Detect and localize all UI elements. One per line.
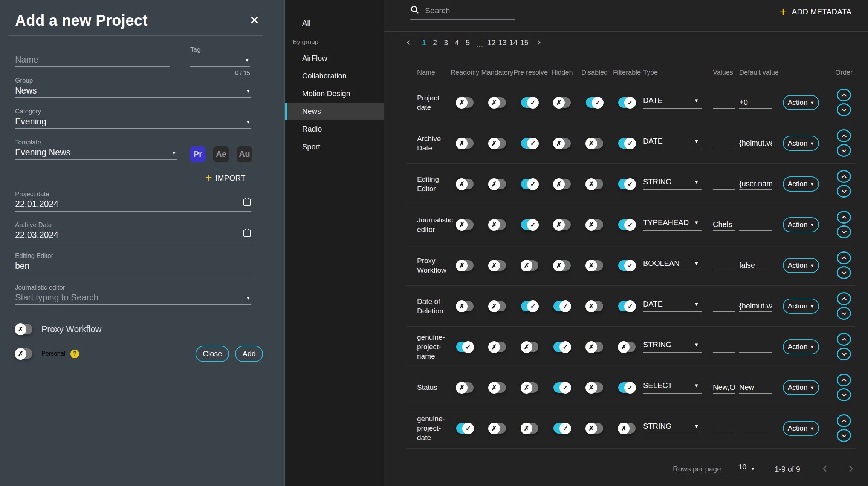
pagination-prev-button[interactable] bbox=[404, 41, 414, 44]
move-down-button[interactable] bbox=[837, 429, 851, 442]
action-button[interactable]: Action▼ bbox=[783, 176, 819, 192]
readonly-toggle[interactable]: ✗ bbox=[456, 260, 474, 271]
move-up-button[interactable] bbox=[837, 89, 851, 101]
calendar-icon[interactable] bbox=[243, 198, 251, 209]
pre-resolve-toggle[interactable]: ✗ bbox=[521, 260, 538, 271]
disabled-toggle[interactable]: ✗ bbox=[586, 219, 603, 230]
readonly-toggle[interactable]: ✗ bbox=[456, 301, 474, 311]
help-icon[interactable]: ? bbox=[70, 350, 79, 358]
rows-per-page-select[interactable]: 10 ▼ bbox=[736, 463, 756, 475]
page-4[interactable]: 4 bbox=[451, 38, 462, 47]
pre-resolve-toggle[interactable]: ✗ bbox=[521, 342, 538, 352]
page-3[interactable]: 3 bbox=[440, 38, 451, 47]
page-2[interactable]: 2 bbox=[429, 38, 440, 47]
values-field[interactable] bbox=[713, 300, 735, 312]
move-down-button[interactable] bbox=[837, 348, 851, 360]
default-value-field[interactable]: false bbox=[739, 259, 772, 271]
action-button[interactable]: Action▼ bbox=[783, 136, 819, 151]
type-select[interactable]: DATE▼ bbox=[643, 137, 702, 149]
sidebar-item-news[interactable]: News bbox=[285, 103, 384, 120]
add-button[interactable]: Add bbox=[235, 346, 263, 362]
move-down-button[interactable] bbox=[837, 388, 851, 401]
type-select[interactable]: DATE▼ bbox=[643, 300, 702, 312]
hidden-toggle[interactable]: ✓ bbox=[553, 342, 571, 352]
mandatory-toggle[interactable]: ✗ bbox=[489, 138, 506, 149]
action-button[interactable]: Action▼ bbox=[783, 258, 819, 273]
add-metadata-button[interactable]: + ADD METADATA bbox=[779, 5, 851, 17]
hidden-toggle[interactable]: ✗ bbox=[553, 219, 571, 230]
default-value-field[interactable]: {helmut.va bbox=[739, 137, 772, 149]
personal-toggle[interactable]: ✗ bbox=[15, 348, 32, 359]
type-select[interactable]: STRING▼ bbox=[643, 422, 702, 434]
move-down-button[interactable] bbox=[837, 225, 851, 238]
readonly-toggle[interactable]: ✗ bbox=[456, 179, 474, 189]
page-12[interactable]: 12 bbox=[486, 38, 497, 47]
pagination-next-button[interactable] bbox=[533, 41, 543, 44]
pre-resolve-toggle[interactable]: ✓ bbox=[521, 138, 538, 149]
values-field[interactable] bbox=[713, 341, 735, 353]
default-value-field[interactable]: New bbox=[739, 382, 772, 394]
disabled-toggle[interactable]: ✗ bbox=[586, 382, 603, 393]
page-1[interactable]: 1 bbox=[419, 38, 429, 47]
disabled-toggle[interactable]: ✗ bbox=[586, 423, 603, 434]
journalistic-editor-field[interactable]: Journalistic editor Start typing to Sear… bbox=[15, 284, 251, 305]
filterable-toggle[interactable]: ✗ bbox=[618, 423, 636, 434]
values-field[interactable] bbox=[713, 259, 735, 271]
hidden-toggle[interactable]: ✗ bbox=[553, 179, 571, 189]
premiere-pro-badge[interactable]: Pr bbox=[190, 146, 206, 162]
move-up-button[interactable] bbox=[837, 374, 851, 386]
readonly-toggle[interactable]: ✗ bbox=[456, 382, 474, 393]
mandatory-toggle[interactable]: ✗ bbox=[489, 97, 506, 108]
values-field[interactable]: New,O bbox=[713, 382, 735, 394]
next-page-button[interactable] bbox=[848, 466, 852, 472]
page-14[interactable]: 14 bbox=[508, 38, 519, 47]
move-up-button[interactable] bbox=[837, 170, 851, 183]
mandatory-toggle[interactable]: ✗ bbox=[489, 382, 506, 393]
action-button[interactable]: Action▼ bbox=[783, 339, 819, 354]
filterable-toggle[interactable]: ✓ bbox=[618, 260, 636, 271]
move-up-button[interactable] bbox=[837, 414, 851, 427]
hidden-toggle[interactable]: ✗ bbox=[553, 138, 571, 149]
type-select[interactable]: DATE▼ bbox=[643, 96, 702, 109]
search-input[interactable]: Search bbox=[410, 5, 515, 20]
filterable-toggle[interactable]: ✓ bbox=[618, 97, 636, 108]
filterable-toggle[interactable]: ✓ bbox=[618, 382, 636, 393]
pre-resolve-toggle[interactable]: ✗ bbox=[521, 423, 538, 434]
disabled-toggle[interactable]: ✗ bbox=[586, 260, 603, 271]
type-select[interactable]: STRING▼ bbox=[643, 178, 702, 190]
sidebar-item-airflow[interactable]: AirFlow bbox=[285, 49, 384, 67]
after-effects-badge[interactable]: Ae bbox=[213, 146, 229, 162]
move-down-button[interactable] bbox=[837, 307, 851, 320]
move-down-button[interactable] bbox=[837, 144, 851, 157]
move-up-button[interactable] bbox=[837, 333, 851, 346]
hidden-toggle[interactable]: ✗ bbox=[553, 260, 571, 271]
readonly-toggle[interactable]: ✓ bbox=[456, 423, 474, 434]
filterable-toggle[interactable]: ✓ bbox=[618, 219, 636, 230]
audition-badge[interactable]: Au bbox=[237, 146, 252, 162]
default-value-field[interactable]: +0 bbox=[739, 97, 772, 109]
action-button[interactable]: Action▼ bbox=[783, 380, 819, 395]
sidebar-item-radio[interactable]: Radio bbox=[285, 120, 384, 138]
readonly-toggle[interactable]: ✗ bbox=[456, 219, 474, 230]
values-field[interactable] bbox=[713, 422, 735, 434]
default-value-field[interactable] bbox=[739, 219, 772, 231]
type-select[interactable]: BOOLEAN▼ bbox=[643, 259, 702, 271]
mandatory-toggle[interactable]: ✗ bbox=[489, 301, 506, 311]
move-down-button[interactable] bbox=[837, 185, 851, 198]
type-select[interactable]: SELECT▼ bbox=[643, 381, 702, 394]
editing-editor-field[interactable]: Editing Editor ben bbox=[15, 252, 251, 273]
page-13[interactable]: 13 bbox=[497, 38, 508, 47]
close-button[interactable]: Close bbox=[196, 346, 229, 362]
group-select[interactable]: Group News ▼ bbox=[15, 77, 251, 98]
disabled-toggle[interactable]: ✗ bbox=[586, 301, 603, 311]
pre-resolve-toggle[interactable]: ✓ bbox=[521, 179, 538, 189]
move-down-button[interactable] bbox=[837, 103, 851, 116]
disabled-toggle[interactable]: ✗ bbox=[586, 179, 603, 189]
default-value-field[interactable] bbox=[739, 422, 772, 434]
values-field[interactable]: Chels bbox=[713, 219, 735, 231]
import-button[interactable]: + IMPORT bbox=[15, 173, 246, 183]
calendar-icon[interactable] bbox=[243, 228, 251, 240]
values-field[interactable] bbox=[713, 178, 735, 190]
sidebar-item-all[interactable]: All bbox=[285, 14, 384, 32]
pre-resolve-toggle[interactable]: ✓ bbox=[521, 97, 538, 108]
